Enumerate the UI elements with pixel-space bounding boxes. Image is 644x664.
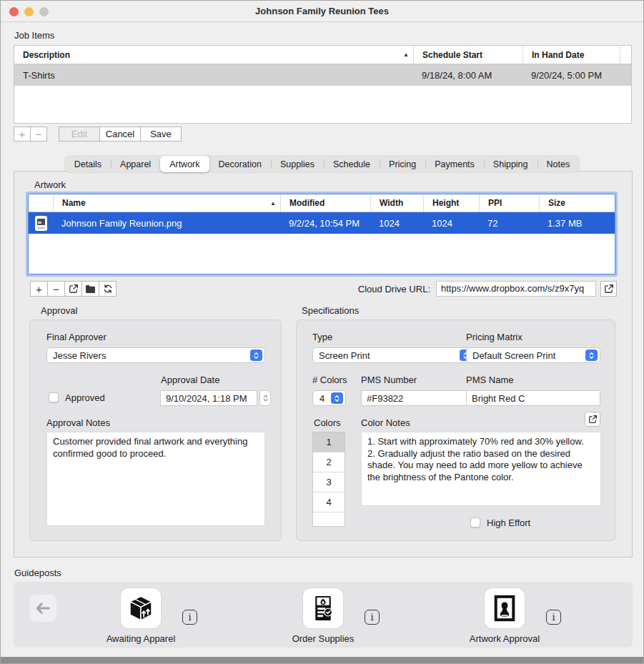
num-colors-label: # Colors	[312, 375, 347, 385]
add-job-item-button[interactable]: +	[14, 127, 31, 142]
column-header-schedule-start[interactable]: Schedule Start	[413, 46, 522, 64]
color-list-item[interactable]: 4	[313, 492, 345, 512]
tab-shipping[interactable]: Shipping	[484, 156, 538, 172]
tab-payments[interactable]: Payments	[425, 156, 484, 172]
tab-schedule[interactable]: Schedule	[324, 156, 380, 172]
artwork-file-name: Johnson Family Reunion.png	[53, 218, 280, 229]
open-external-icon	[69, 284, 79, 294]
num-colors-popup[interactable]: 4	[312, 390, 346, 406]
remove-artwork-button[interactable]: −	[47, 281, 65, 297]
color-list-item[interactable]: 2	[313, 452, 345, 472]
tab-notes[interactable]: Notes	[538, 156, 580, 172]
high-effort-checkbox[interactable]	[470, 517, 480, 527]
specifications-group-box: Type Screen Print Pricing Matrix Default…	[296, 319, 615, 541]
artwork-section-label: Artwork	[34, 179, 66, 190]
remove-job-item-button[interactable]: −	[30, 127, 47, 142]
tab-supplies[interactable]: Supplies	[271, 156, 324, 172]
guidepost-label: Artwork Approval	[440, 633, 569, 644]
approval-notes-label: Approval Notes	[46, 417, 110, 428]
window-title: Johnson Family Reunion Tees	[1, 1, 643, 22]
job-item-description: T-Shirts	[14, 70, 413, 81]
guidepost-back-button[interactable]	[29, 595, 56, 622]
tab-decoration[interactable]: Decoration	[209, 156, 271, 172]
pms-number-field[interactable]: #F93822	[361, 390, 477, 406]
column-header-in-hand-date[interactable]: In Hand Date	[522, 46, 620, 64]
export-artwork-button[interactable]	[64, 281, 82, 297]
tab-details[interactable]: Details	[65, 156, 111, 172]
job-items-section-label: Job Items	[14, 30, 54, 41]
approval-date-field[interactable]: 9/10/2024, 1:18 PM	[160, 390, 257, 406]
title-bar: Johnson Family Reunion Tees	[1, 1, 643, 22]
tab-artwork[interactable]: Artwork	[160, 156, 209, 172]
final-approver-popup[interactable]: Jesse Rivers	[46, 347, 265, 363]
column-header-file-icon	[29, 194, 53, 212]
sort-ascending-icon: ▲	[270, 200, 276, 207]
final-approver-label: Final Approver	[46, 332, 106, 342]
cloud-drive-url-label: Cloud Drive URL:	[358, 284, 430, 294]
colors-label: Colors	[314, 417, 341, 428]
artwork-toolbar: + −	[30, 281, 117, 297]
column-header-size[interactable]: Size	[539, 194, 615, 212]
type-label: Type	[312, 332, 332, 342]
guidepost-artwork-approval-button[interactable]	[485, 588, 525, 628]
guidepost-awaiting-apparel-button[interactable]	[121, 588, 161, 628]
approval-section-label: Approval	[41, 305, 77, 316]
approval-notes-textarea[interactable]: Customer provided final artwork and ever…	[46, 432, 265, 526]
guideposts-panel: i Awaiting Apparel i Order Supplies i Ar…	[14, 582, 633, 648]
pms-name-label: PMS Name	[466, 375, 513, 385]
job-items-table: Description ▲ Schedule Start In Hand Dat…	[14, 45, 632, 124]
column-header-height[interactable]: Height	[423, 194, 479, 212]
app-window: Johnson Family Reunion Tees Job Items De…	[0, 0, 644, 664]
pricing-matrix-label: Pricing Matrix	[466, 332, 522, 342]
job-item-schedule-start: 9/18/24, 8:00 AM	[413, 70, 522, 81]
column-header-name[interactable]: Name ▲	[53, 194, 280, 212]
column-header-description[interactable]: Description ▲	[14, 46, 413, 64]
guidepost-label: Awaiting Apparel	[76, 633, 205, 644]
approved-checkbox[interactable]	[49, 392, 59, 402]
artwork-folder-button[interactable]	[81, 281, 99, 297]
column-header-modified[interactable]: Modified	[280, 194, 370, 212]
expand-color-notes-button[interactable]	[585, 412, 600, 427]
artwork-file-ppi: 72	[479, 218, 539, 229]
scrollbar-gutter	[620, 46, 631, 64]
package-icon	[127, 594, 155, 623]
job-items-empty-area	[14, 86, 631, 123]
artwork-file-row[interactable]: Johnson Family Reunion.png 9/2/24, 10:54…	[29, 212, 615, 234]
job-item-row[interactable]: T-Shirts 9/18/24, 8:00 AM 9/20/24, 5:00 …	[14, 64, 631, 86]
window-bottom-edge	[1, 657, 643, 663]
cloud-drive-row: Cloud Drive URL: https://www.dropbox.com…	[358, 281, 617, 297]
color-list-item[interactable]: 3	[313, 472, 345, 492]
artwork-table: Name ▲ Modified Width Height PPI Size Jo…	[28, 194, 615, 274]
save-button[interactable]: Save	[140, 127, 182, 142]
refresh-artwork-button[interactable]	[99, 281, 117, 297]
info-icon[interactable]: i	[546, 610, 561, 625]
artwork-file-size: 1.37 MB	[539, 218, 582, 229]
tab-bar: Details Apparel Artwork Decoration Suppl…	[65, 156, 579, 172]
cancel-button[interactable]: Cancel	[99, 127, 141, 142]
pms-name-field[interactable]: Bright Red C	[466, 390, 600, 406]
cloud-drive-url-input[interactable]: https://www.dropbox.com/s/z9x7yq	[436, 281, 596, 297]
info-icon[interactable]: i	[182, 610, 197, 625]
column-header-width[interactable]: Width	[370, 194, 423, 212]
info-icon[interactable]: i	[365, 610, 380, 625]
pricing-matrix-popup[interactable]: Default Screen Print	[466, 347, 600, 363]
add-artwork-button[interactable]: +	[30, 281, 48, 297]
popup-chevrons-icon	[331, 392, 343, 404]
popup-chevrons-icon	[585, 350, 598, 361]
sort-ascending-icon: ▲	[403, 51, 409, 58]
guidepost-order-supplies-button[interactable]	[303, 588, 343, 628]
job-items-button-bar: + − Edit Cancel Save	[14, 127, 182, 142]
date-stepper[interactable]	[259, 390, 271, 406]
artwork-tab-panel: Artwork Name ▲ Modified Width Height PPI…	[14, 171, 633, 558]
tab-pricing[interactable]: Pricing	[380, 156, 425, 172]
high-effort-checkbox-label: High Effort	[487, 517, 530, 528]
color-list-item[interactable]: 1	[313, 432, 345, 452]
approved-checkbox-label: Approved	[65, 392, 105, 403]
color-notes-textarea[interactable]: 1. Start with approximately 70% red and …	[361, 432, 601, 506]
pms-number-label: PMS Number	[361, 375, 417, 385]
approval-date-label: Approval Date	[161, 375, 219, 385]
open-cloud-url-button[interactable]	[600, 281, 617, 297]
column-header-ppi[interactable]: PPI	[479, 194, 539, 212]
tab-apparel[interactable]: Apparel	[111, 156, 160, 172]
type-popup[interactable]: Screen Print	[312, 347, 475, 363]
